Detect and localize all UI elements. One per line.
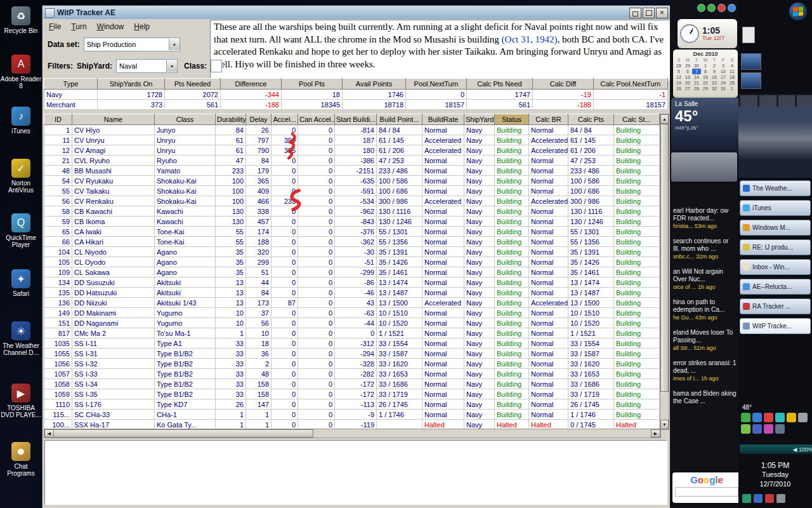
photo-thumbnail[interactable]	[741, 72, 761, 89]
calendar-day[interactable]: 9	[710, 69, 719, 74]
calendar-day[interactable]: 15	[701, 74, 710, 80]
table-row[interactable]: 1058SS I-34Type B1/B23315800-17233 / 168…	[44, 379, 660, 389]
table-row[interactable]: 1CV HiyoJunyo842600-81484 / 84NormalNavy…	[44, 125, 660, 135]
taskbar-button-ae-relucta-[interactable]: AE--Relucta...	[740, 279, 811, 295]
quicklaunch-icon-1[interactable]	[742, 494, 751, 503]
calendar-day[interactable]: 24	[719, 80, 728, 86]
calendar-day[interactable]: 21	[692, 80, 701, 86]
calendar-day[interactable]: 6	[683, 69, 692, 74]
column-header-calc-pts[interactable]: Calc Pts	[568, 114, 614, 125]
table-row[interactable]: 58CB KawachiKawachi13033800-962130 / 111…	[44, 206, 660, 217]
news-item[interactable]: search continues or Ill. mom who ...snbc…	[673, 237, 737, 260]
calendar-day[interactable]: 16	[710, 74, 719, 80]
table-row[interactable]: 149DD MakinamiYugumo103700-6310 / 1510No…	[44, 308, 660, 318]
table-row[interactable]: 11CV UnryuUnryu61797399018761 / 145Accel…	[44, 135, 660, 145]
messenger-tray-icon[interactable]	[775, 413, 785, 422]
desktop-icon-chat-programs[interactable]: ☻Chat Programs	[0, 442, 42, 477]
gadget-controls[interactable]	[697, 4, 736, 12]
volume-slider[interactable]: ◀ 100%	[740, 444, 812, 454]
calendar-day[interactable]: 28	[692, 86, 701, 91]
calendar-day[interactable]: 14	[692, 74, 701, 80]
calendar-day[interactable]: 30	[692, 63, 701, 69]
taskbar-button-windows-m-[interactable]: Windows M...	[740, 220, 811, 236]
desktop-icon-adobe-reader[interactable]: AAdobe Reader 8	[0, 55, 42, 90]
column-header-class[interactable]: Class	[155, 114, 216, 125]
column-header-accel-[interactable]: Accel...	[272, 114, 298, 125]
chevron-down-icon[interactable]: ▼	[169, 39, 180, 50]
calendar-day[interactable]: 29	[701, 86, 710, 91]
column-header-type[interactable]: Type	[44, 79, 98, 90]
table-row[interactable]: 12CV AmagiUnryu61790395018061 / 206Accel…	[44, 145, 660, 156]
usb-tray-icon[interactable]	[764, 424, 773, 434]
sound-tray-icon[interactable]	[752, 424, 762, 434]
calendar-day[interactable]: 17	[719, 74, 728, 80]
calendar-day[interactable]: 27	[683, 86, 692, 91]
table-horizontal-scrollbar[interactable]: ◀ ▶	[44, 429, 661, 438]
table-vertical-scrollbar[interactable]: ▲ ▼	[660, 114, 669, 430]
table-row[interactable]: 66CA HikariTone-Kai5518800-36255 / 1356N…	[44, 237, 660, 247]
gadget-add-icon[interactable]	[697, 4, 705, 12]
table-row[interactable]: 104CL NiyodoAgano3532000-3035 / 1391Norm…	[44, 247, 660, 257]
alert-tray-icon[interactable]	[764, 413, 773, 422]
calendar-day[interactable]: 30	[710, 86, 719, 91]
desktop-icon-weather-channel[interactable]: ☀The Weather Channel D...	[0, 321, 42, 356]
desktop-icon-recycle-bin[interactable]: ♻Recycle Bin	[0, 6, 42, 34]
news-item[interactable]: an Will Not argain Over Nuc...oice of ..…	[673, 268, 737, 290]
table-row[interactable]: 1110SS I-176Type KD72614700-11326 / 1745…	[44, 399, 660, 410]
calendar-day[interactable]: 8	[701, 69, 710, 74]
table-row[interactable]: 1057SS I-33Type B1/B2334800-28233 / 1653…	[44, 369, 660, 379]
scroll-right-icon[interactable]: ▶	[651, 429, 660, 438]
network-tray-icon[interactable]	[752, 413, 762, 422]
column-header-status[interactable]: Status	[495, 114, 529, 125]
desktop-icon-toshiba-dvd-player[interactable]: ▶TOSHIBA DVD PLAYE...	[0, 384, 42, 418]
news-item[interactable]: error strikes aranasi: 1 dead, ...imes o…	[673, 359, 737, 382]
table-row[interactable]: 136DD NiizukiAkitsuki 1/43131738704313 /…	[44, 298, 660, 308]
taskbar-button-ra-tracker-[interactable]: RA Tracker ...	[740, 298, 811, 314]
chevron-down-icon[interactable]: ▼	[166, 60, 177, 72]
quicklaunch-icon-3[interactable]	[765, 494, 774, 503]
menu-turn[interactable]: Turn	[66, 21, 91, 32]
google-search-input[interactable]	[675, 487, 738, 497]
table-row[interactable]: Merchant373561-188183451871818157561-188…	[44, 100, 668, 110]
column-header-pts-needed[interactable]: Pts Needed	[165, 79, 221, 90]
table-row[interactable]: 115...SC CHa-33CHa-11100-91 / 1746Normal…	[44, 410, 660, 420]
power-tray-icon[interactable]	[741, 424, 750, 434]
table-row[interactable]: 1035SS I-11Type A1331800-31233 / 1554Nor…	[44, 338, 660, 349]
window-titlebar[interactable]: WitP Tracker AE ✕	[43, 6, 670, 19]
table-row[interactable]: 56CV RenkakuShokaku-Kai1004662330-534300…	[44, 196, 660, 206]
news-item[interactable]: eland Moves loser To Passing...all Str..…	[673, 329, 737, 351]
table-row[interactable]: 54CV RyukakuShokaku-Kai10036500-635100 /…	[44, 176, 660, 186]
taskbar-button-itunes[interactable]: iTunes	[740, 200, 811, 216]
calendar-day[interactable]: 29	[683, 63, 692, 69]
column-header-pool-nextturn[interactable]: Pool.NextTurn	[406, 79, 467, 90]
maximize-button[interactable]	[643, 8, 655, 18]
calendar-day[interactable]: 1	[728, 86, 737, 91]
calendar-day[interactable]: 10	[719, 69, 728, 74]
gadget-close-icon[interactable]	[717, 4, 726, 12]
table-row[interactable]: 817CMc Ma 2To'su Ma-11100001 / 1521Norma…	[44, 328, 660, 338]
table-row[interactable]: 21CVL RyuhoRyuho478400-38647 / 253Normal…	[44, 156, 660, 166]
column-header-name[interactable]: Name	[72, 114, 155, 125]
menu-help[interactable]: Help	[129, 21, 155, 32]
column-header-buildrate[interactable]: BuildRate	[422, 114, 464, 125]
table-row[interactable]: 135DD HatsuzukiAkitsuki138400-4613 / 148…	[44, 288, 660, 298]
taskbar-button-inbox-win-[interactable]: Inbox - Win...	[740, 259, 811, 275]
news-item[interactable]: hina on path to edemption in Ca...he Gu.…	[673, 298, 737, 321]
update-tray-icon[interactable]	[787, 413, 796, 422]
column-header-avail-points[interactable]: Avail Points	[343, 79, 406, 90]
taskbar-button-re-ij-produ-[interactable]: RE: IJ produ...	[740, 239, 811, 255]
table-row[interactable]: 105CL OyodoAgano3529900-5135 / 1426Norma…	[44, 257, 660, 267]
gadget-options-icon[interactable]	[728, 4, 736, 12]
menu-window[interactable]: Window	[92, 21, 129, 32]
class-filter-input[interactable]	[211, 60, 222, 72]
desktop-icon-quicktime-player[interactable]: QQuickTime Player	[0, 213, 42, 248]
calendar-day[interactable]: 12	[674, 74, 683, 80]
scroll-up-icon[interactable]: ▲	[660, 114, 669, 124]
clock-tray-icon[interactable]	[775, 424, 785, 434]
table-row[interactable]: 65CA IwakiTone-Kai5517400-37655 / 1301No…	[44, 227, 660, 237]
calendar-day[interactable]: 3	[719, 63, 728, 69]
column-header-delay[interactable]: Delay	[246, 114, 272, 125]
column-header-calc-diff[interactable]: Calc Diff	[533, 79, 594, 90]
display-tray-icon[interactable]	[798, 413, 808, 422]
calendar-day[interactable]: 31	[719, 86, 728, 91]
